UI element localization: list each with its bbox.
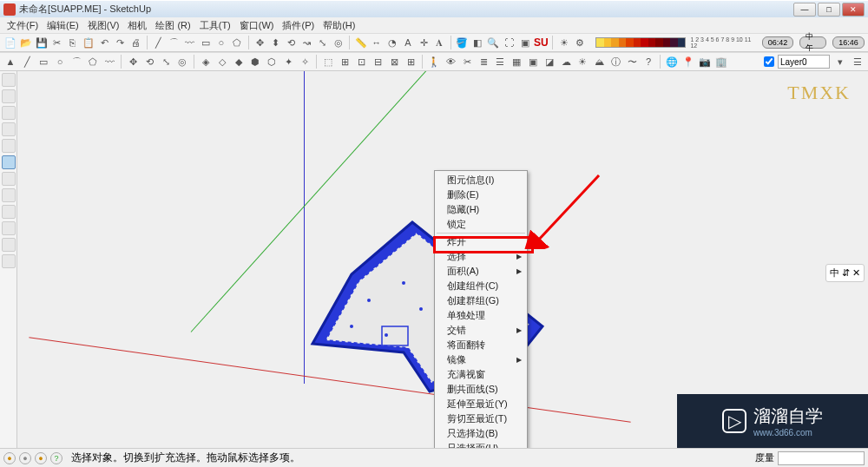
menu-tools[interactable]: 工具(T) bbox=[196, 19, 234, 32]
shadow-toggle-icon[interactable]: ☀ bbox=[557, 36, 570, 49]
menu-plugins[interactable]: 插件(P) bbox=[279, 19, 318, 32]
menu-help[interactable]: 帮助(H) bbox=[319, 19, 358, 32]
open-icon[interactable]: 📂 bbox=[19, 36, 32, 49]
ctx-item-[interactable]: 镜像▶ bbox=[435, 352, 527, 367]
text-icon[interactable]: A bbox=[401, 36, 414, 49]
free2-icon[interactable]: 〰 bbox=[102, 55, 116, 69]
ctx-item-G[interactable]: 创建群组(G) bbox=[435, 293, 527, 308]
polygon-icon[interactable]: ⬠ bbox=[230, 36, 243, 49]
shadow2-icon[interactable]: ☀ bbox=[575, 55, 589, 69]
soften-icon[interactable]: 〜 bbox=[625, 55, 639, 69]
lt-move-icon[interactable] bbox=[2, 172, 16, 186]
poly2-icon[interactable]: ⬠ bbox=[86, 55, 100, 69]
ctx-item-T[interactable]: 剪切至最近(T) bbox=[435, 411, 527, 426]
time-noon[interactable]: 中午 bbox=[799, 36, 826, 49]
line-icon[interactable]: ╱ bbox=[152, 36, 165, 49]
lt-select-icon[interactable] bbox=[2, 73, 16, 87]
ctx-item-S[interactable]: 删共面线(S) bbox=[435, 382, 527, 397]
arc-icon[interactable]: ⌒ bbox=[168, 36, 181, 49]
layer-manager-icon[interactable]: ☰ bbox=[851, 55, 865, 69]
view-right-icon[interactable]: ⊟ bbox=[371, 55, 385, 69]
tape-icon[interactable]: 📏 bbox=[354, 36, 367, 49]
style7-icon[interactable]: ✧ bbox=[298, 55, 312, 69]
lt-scale-icon[interactable] bbox=[2, 205, 16, 219]
viewport[interactable]: TMXK 图元信息(I)删除(E)隐藏(H)锁定炸开选择▶面积(A)▶创建组件(… bbox=[17, 71, 868, 467]
layers-icon[interactable]: ≣ bbox=[477, 55, 490, 69]
style1-icon[interactable]: ◈ bbox=[199, 55, 213, 69]
status-help-icon[interactable]: ● bbox=[19, 452, 31, 464]
sandbox-icon[interactable]: ⛰ bbox=[592, 55, 606, 69]
move2-icon[interactable]: ✥ bbox=[126, 55, 140, 69]
lt-arc-icon[interactable] bbox=[2, 139, 16, 153]
menu-file[interactable]: 文件(F) bbox=[3, 19, 42, 32]
ctx-item-B[interactable]: 只选择边(B) bbox=[435, 426, 527, 441]
move-icon[interactable]: ✥ bbox=[253, 36, 266, 49]
lt-push-icon[interactable] bbox=[2, 155, 16, 169]
month-colorbar[interactable] bbox=[595, 37, 686, 48]
lt-line-icon[interactable] bbox=[2, 89, 16, 103]
menu-view[interactable]: 视图(V) bbox=[84, 19, 123, 32]
circle2-icon[interactable]: ○ bbox=[53, 55, 67, 69]
comp2-icon[interactable]: ▣ bbox=[526, 55, 540, 69]
copy-icon[interactable]: ⎘ bbox=[66, 36, 79, 49]
style2-icon[interactable]: ◇ bbox=[215, 55, 229, 69]
walk-icon[interactable]: 🚶 bbox=[427, 55, 441, 69]
ime-indicator[interactable]: 中 ⇵ ✕ bbox=[825, 264, 865, 282]
fog-icon[interactable]: ☁ bbox=[559, 55, 573, 69]
circle-icon[interactable]: ○ bbox=[214, 36, 227, 49]
line2-icon[interactable]: ╱ bbox=[20, 55, 34, 69]
time-end[interactable]: 16:46 bbox=[832, 36, 865, 49]
zoom-icon[interactable]: 🔍 bbox=[487, 36, 500, 49]
style5-icon[interactable]: ⬡ bbox=[265, 55, 279, 69]
view-iso-icon[interactable]: ⬚ bbox=[321, 55, 335, 69]
scale2-icon[interactable]: ⤡ bbox=[159, 55, 173, 69]
scale-icon[interactable]: ⤡ bbox=[316, 36, 329, 49]
lt-tape-icon[interactable] bbox=[2, 238, 16, 252]
earth-icon[interactable]: 🌐 bbox=[665, 55, 679, 69]
ctx-item-C[interactable]: 创建组件(C) bbox=[435, 279, 527, 293]
mat-icon[interactable]: ▦ bbox=[510, 55, 523, 69]
paste-icon[interactable]: 📋 bbox=[82, 36, 95, 49]
cut-icon[interactable]: ✂ bbox=[50, 36, 63, 49]
dimension-icon[interactable]: ↔ bbox=[370, 36, 383, 49]
lt-offset-icon[interactable] bbox=[2, 221, 16, 235]
ctx-item-A[interactable]: 面积(A)▶ bbox=[435, 264, 527, 279]
arc2-icon[interactable]: ⌒ bbox=[69, 55, 83, 69]
section-icon[interactable]: ✂ bbox=[460, 55, 474, 69]
rotate-icon[interactable]: ⟲ bbox=[285, 36, 298, 49]
new-icon[interactable]: 📄 bbox=[3, 36, 16, 49]
view-left-icon[interactable]: ⊞ bbox=[404, 55, 418, 69]
status-geo-icon[interactable]: ● bbox=[35, 452, 47, 464]
menu-edit[interactable]: 编辑(E) bbox=[43, 19, 82, 32]
freehand-icon[interactable]: 〰 bbox=[183, 36, 196, 49]
suapp-icon[interactable]: SU bbox=[534, 36, 548, 49]
shadow-settings-icon[interactable]: ⚙ bbox=[573, 36, 586, 49]
undo-icon[interactable]: ↶ bbox=[98, 36, 111, 49]
eraser-icon[interactable]: ◧ bbox=[471, 36, 484, 49]
ctx-item-Y[interactable]: 延伸至最近(Y) bbox=[435, 397, 527, 411]
geo-icon[interactable]: 📍 bbox=[681, 55, 695, 69]
menu-camera[interactable]: 相机 bbox=[124, 19, 150, 32]
select-icon[interactable]: ▲ bbox=[3, 55, 17, 69]
layer-options-icon[interactable]: ▾ bbox=[833, 55, 847, 69]
3dtext-icon[interactable]: 𝐀 bbox=[433, 36, 446, 49]
outliner-icon[interactable]: ☰ bbox=[493, 55, 507, 69]
model-icon[interactable]: 🏢 bbox=[714, 55, 728, 69]
measurement-field[interactable] bbox=[778, 451, 865, 465]
close-button[interactable]: ✕ bbox=[842, 3, 865, 16]
ctx-item-[interactable]: 充满视窗 bbox=[435, 367, 527, 382]
rect2-icon[interactable]: ▭ bbox=[36, 55, 50, 69]
offset-icon[interactable]: ◎ bbox=[332, 36, 345, 49]
menu-draw[interactable]: 绘图 (R) bbox=[152, 19, 194, 32]
style6-icon[interactable]: ✦ bbox=[281, 55, 295, 69]
zoom-extents-icon[interactable]: ⛶ bbox=[503, 36, 516, 49]
offset2-icon[interactable]: ◎ bbox=[175, 55, 189, 69]
ctx-item-[interactable]: 单独处理 bbox=[435, 308, 527, 323]
axes-icon[interactable]: ✛ bbox=[418, 36, 431, 49]
rotate2-icon[interactable]: ⟲ bbox=[142, 55, 156, 69]
entity-info-icon[interactable]: ⓘ bbox=[608, 55, 622, 69]
look-icon[interactable]: 👁 bbox=[444, 55, 457, 69]
minimize-button[interactable]: — bbox=[793, 3, 816, 16]
pushpull-icon[interactable]: ⬍ bbox=[269, 36, 282, 49]
layer-dropdown[interactable]: Layer0 bbox=[778, 55, 830, 69]
